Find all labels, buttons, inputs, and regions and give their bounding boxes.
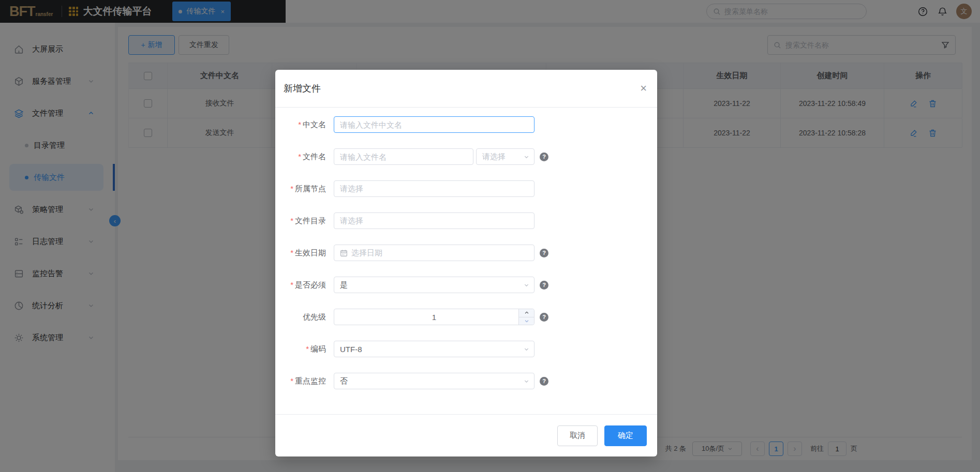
cancel-button[interactable]: 取消 [557, 425, 598, 446]
required-mark: * [290, 280, 293, 289]
form-row-key-monitor: *重点监控 否 ? [275, 373, 657, 389]
directory-select[interactable]: 请选择 [334, 212, 534, 229]
required-mark: * [298, 152, 301, 161]
field-label: 优先级 [303, 312, 326, 321]
help-icon[interactable]: ? [540, 249, 548, 257]
dialog-title: 新增文件 [284, 82, 321, 95]
key-monitor-select[interactable]: 否 [334, 373, 534, 389]
form-row-priority: 优先级 ? [275, 309, 657, 325]
priority-input[interactable] [334, 309, 534, 325]
chinese-name-input[interactable] [334, 116, 534, 133]
decrease-button[interactable] [519, 317, 534, 325]
help-icon[interactable]: ? [540, 281, 548, 290]
form-row-required-flag: *是否必须 是 ? [275, 277, 657, 293]
required-mark: * [298, 120, 301, 129]
node-select[interactable]: 请选择 [334, 180, 534, 197]
chevron-down-icon [524, 346, 529, 352]
help-icon[interactable]: ? [540, 377, 548, 386]
increase-button[interactable] [519, 309, 534, 317]
field-label: 所属节点 [295, 184, 326, 193]
form-row-directory: *文件目录 请选择 [275, 212, 657, 229]
form-row-chinese-name: *中文名 [275, 116, 657, 133]
form-row-encoding: *编码 UTF-8 [275, 341, 657, 357]
add-file-dialog: 新增文件 × *中文名 *文件名 请选择 ? *所属节点 [275, 70, 657, 456]
file-suffix-select[interactable]: 请选择 [476, 148, 534, 165]
help-icon[interactable]: ? [540, 153, 548, 161]
chevron-down-icon [524, 378, 529, 384]
field-label: 中文名 [303, 120, 326, 129]
help-icon[interactable]: ? [540, 313, 548, 322]
required-mark: * [290, 376, 293, 385]
form-row-effective-date: *生效日期 选择日期 ? [275, 245, 657, 261]
field-label: 重点监控 [295, 376, 326, 385]
required-flag-select[interactable]: 是 [334, 277, 534, 293]
required-mark: * [290, 248, 293, 257]
dialog-header: 新增文件 × [275, 70, 657, 108]
field-label: 编码 [310, 344, 326, 353]
field-label: 生效日期 [295, 248, 326, 257]
app: BFTransfer 大文件传输平台 传输文件 × 文 [0, 0, 980, 472]
field-label: 是否必须 [295, 280, 326, 289]
required-mark: * [306, 344, 309, 353]
file-name-input[interactable] [334, 148, 473, 165]
form-row-file-name: *文件名 请选择 ? [275, 148, 657, 165]
field-label: 文件目录 [295, 216, 326, 225]
dialog-form: *中文名 *文件名 请选择 ? *所属节点 请选择 [275, 108, 657, 389]
close-icon[interactable]: × [640, 83, 647, 94]
number-stepper [518, 309, 534, 325]
calendar-icon [340, 249, 348, 257]
required-mark: * [290, 216, 293, 225]
form-row-node: *所属节点 请选择 [275, 180, 657, 197]
dialog-footer: 取消 确定 [275, 414, 657, 456]
chevron-down-icon [524, 282, 529, 288]
chevron-down-icon [524, 154, 529, 160]
encoding-select[interactable]: UTF-8 [334, 341, 534, 357]
effective-date-picker[interactable]: 选择日期 [334, 245, 534, 261]
confirm-button[interactable]: 确定 [604, 425, 647, 446]
required-mark: * [290, 184, 293, 193]
field-label: 文件名 [303, 152, 326, 161]
